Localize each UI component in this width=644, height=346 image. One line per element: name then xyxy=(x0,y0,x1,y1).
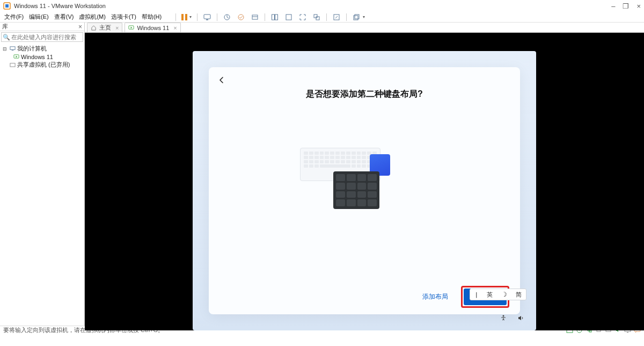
svg-rect-1 xyxy=(5,4,9,8)
ime-lang-en[interactable]: 英 xyxy=(482,291,497,299)
tree-vm-windows11[interactable]: Windows 11 xyxy=(1,53,83,61)
cycle-dropdown-icon[interactable]: ▾ xyxy=(363,15,365,19)
library-title: 库 xyxy=(2,23,8,31)
tree-root-label: 我的计算机 xyxy=(17,45,47,53)
svg-rect-20 xyxy=(10,63,14,67)
svg-rect-33 xyxy=(627,332,628,333)
oobe-dialog: 是否想要添加第二种键盘布局? xyxy=(209,67,520,314)
library-search[interactable]: 🔍 ▾ xyxy=(1,32,83,42)
svg-point-23 xyxy=(503,315,504,317)
window-title: Windows 11 - VMware Workstation xyxy=(14,3,106,9)
cycle-windows-button[interactable] xyxy=(352,13,361,21)
add-layout-button[interactable]: 添加布局 xyxy=(417,289,453,305)
svg-rect-6 xyxy=(252,15,258,19)
window-titlebar: Windows 11 - VMware Workstation – ❐ × xyxy=(0,0,644,12)
tab-vm-label: Windows 11 xyxy=(137,25,169,31)
arrow-left-icon xyxy=(217,76,226,84)
ime-indicator[interactable]: | 英 ☽ 简 xyxy=(470,289,526,300)
oobe-back-button[interactable] xyxy=(215,74,228,86)
oobe-keyboard-illustration xyxy=(300,148,407,223)
snapshot-revert-button[interactable] xyxy=(237,13,245,21)
tree-shared-label: 共享虚拟机 (已弃用) xyxy=(17,61,70,69)
main-area: 主页 × Windows 11 × ↖ 是否想要添加第二种键盘布局? xyxy=(85,23,644,326)
vm-running-icon xyxy=(13,54,19,60)
vm-tab-icon xyxy=(128,25,135,31)
minimize-button[interactable]: – xyxy=(611,2,615,10)
home-icon xyxy=(91,25,97,31)
computer-icon xyxy=(9,46,16,52)
pause-vm-button[interactable] xyxy=(181,14,187,20)
numpad-dark-icon xyxy=(333,171,379,209)
view-unity-button[interactable] xyxy=(312,13,321,21)
oobe-heading: 是否想要添加第二种键盘布局? xyxy=(209,89,520,100)
library-search-input[interactable] xyxy=(11,34,85,40)
svg-rect-9 xyxy=(275,15,278,20)
send-ctrl-alt-del-button[interactable] xyxy=(203,13,211,21)
ime-mode-icon[interactable]: ☽ xyxy=(497,291,511,298)
svg-rect-14 xyxy=(354,16,358,20)
menu-view[interactable]: 查看(V) xyxy=(54,13,74,21)
maximize-button[interactable]: ❐ xyxy=(623,2,629,10)
close-button[interactable]: × xyxy=(636,2,641,10)
menubar: 文件(F) 编辑(E) 查看(V) 虚拟机(M) 选项卡(T) 帮助(H) ▾ … xyxy=(0,12,644,23)
svg-rect-17 xyxy=(11,50,13,51)
library-close-button[interactable]: × xyxy=(78,23,82,31)
svg-rect-3 xyxy=(206,19,208,20)
tab-home-close[interactable]: × xyxy=(115,25,119,31)
svg-rect-8 xyxy=(272,15,275,20)
svg-marker-22 xyxy=(131,26,133,28)
menu-edit[interactable]: 编辑(E) xyxy=(29,13,49,21)
accessibility-icon[interactable] xyxy=(500,314,507,324)
tree-collapse-icon[interactable]: ⊟ xyxy=(2,46,8,52)
oobe-accessibility-tray xyxy=(500,314,524,324)
menu-vm[interactable]: 虚拟机(M) xyxy=(79,13,106,21)
tab-vm-close[interactable]: × xyxy=(173,25,177,31)
snapshot-manager-button[interactable] xyxy=(251,13,259,21)
ime-lang-simplified[interactable]: 简 xyxy=(511,291,526,299)
svg-rect-2 xyxy=(204,15,210,19)
menu-file[interactable]: 文件(F) xyxy=(4,13,24,21)
svg-rect-10 xyxy=(286,15,291,20)
stretch-guest-button[interactable] xyxy=(332,13,341,21)
svg-rect-11 xyxy=(314,15,317,18)
tree-root-my-computer[interactable]: ⊟ 我的计算机 xyxy=(1,45,83,53)
library-sidebar: 库 × 🔍 ▾ ⊟ 我的计算机 Windows 11 共享虚拟机 (已弃用) xyxy=(0,23,85,326)
vm-guest-screen: 是否想要添加第二种键盘布局? xyxy=(193,51,536,330)
svg-rect-16 xyxy=(10,47,14,50)
ime-cursor-icon: | xyxy=(470,291,482,298)
menu-tabs[interactable]: 选项卡(T) xyxy=(111,13,136,21)
view-fullscreen-button[interactable] xyxy=(298,13,307,21)
tree-shared-vms[interactable]: 共享虚拟机 (已弃用) xyxy=(1,61,83,69)
svg-point-5 xyxy=(238,15,244,20)
shared-folder-icon xyxy=(9,62,16,68)
tab-windows11[interactable]: Windows 11 × xyxy=(125,23,180,32)
library-tree: ⊟ 我的计算机 Windows 11 共享虚拟机 (已弃用) xyxy=(0,43,84,70)
search-icon: 🔍 xyxy=(3,34,10,41)
power-dropdown-icon[interactable]: ▾ xyxy=(189,15,192,19)
view-single-button[interactable] xyxy=(284,13,293,21)
tab-home[interactable]: 主页 × xyxy=(87,23,122,32)
volume-icon[interactable] xyxy=(517,314,524,324)
tree-vm-label: Windows 11 xyxy=(21,54,53,60)
snapshot-take-button[interactable] xyxy=(223,13,231,21)
view-console-button[interactable] xyxy=(270,13,279,21)
tab-home-label: 主页 xyxy=(99,24,111,32)
tabstrip: 主页 × Windows 11 × xyxy=(85,23,644,33)
menu-help[interactable]: 帮助(H) xyxy=(142,13,162,21)
vm-display[interactable]: ↖ 是否想要添加第二种键盘布局? xyxy=(85,33,644,330)
svg-rect-15 xyxy=(355,15,359,19)
vmware-app-icon xyxy=(3,2,11,10)
library-header: 库 × xyxy=(0,23,84,31)
svg-marker-19 xyxy=(16,56,17,58)
svg-rect-12 xyxy=(316,17,319,20)
